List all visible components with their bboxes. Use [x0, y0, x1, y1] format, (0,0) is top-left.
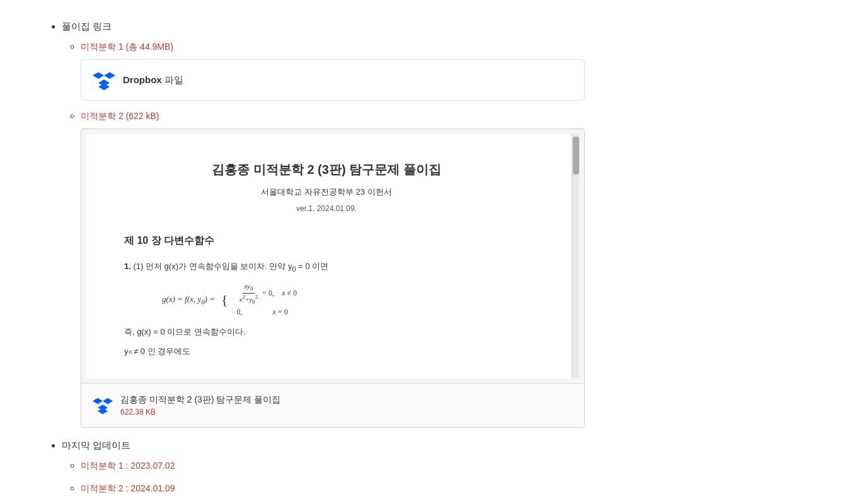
pdf-problem: 1. (1) 먼저 g(x)가 연속함수임을 보이자. 만약 y0 = 0 이면…: [124, 259, 529, 359]
pdf-formula-line: g(x) = f(x, y0) = { x: [162, 282, 529, 318]
pdf-version: ver.1, 2024.01.09.: [124, 203, 529, 215]
formula-case2: 0, x = 0: [237, 306, 297, 318]
svg-marker-0: [93, 72, 104, 79]
pdf-footer-info: 김홍종 미적분학 2 (3판) 탐구문제 풀이집 622.38 KB: [120, 392, 280, 419]
pdf-subtitle: 서울대학교 자유전공학부 23 이헌서: [124, 186, 529, 199]
calc1-link[interactable]: 미적분학 1 (총 44.9MB): [81, 42, 173, 52]
pdf-preview-content: 김홍종 미적분학 2 (3판) 탐구문제 풀이집 서울대학교 자유전공학부 23…: [86, 134, 579, 378]
list-item-update1: 미적분학 1 : 2023.07.02: [81, 458, 799, 473]
list-item-poolijip: 풀이집 링크 미적분학 1 (총 44.9MB): [62, 19, 799, 428]
pdf-footer-card[interactable]: 김홍종 미적분학 2 (3판) 탐구문제 풀이집 622.38 KB: [81, 383, 584, 428]
pdf-scrollbar[interactable]: [572, 134, 579, 378]
svg-marker-3: [98, 83, 110, 90]
dropbox-card-simple[interactable]: Dropbox 파일: [81, 59, 585, 101]
list-item-calc2: 미적분학 2 (622 kB) 김홍종 미적분학 2 (3판) 탐구문제 풀이집…: [81, 108, 799, 428]
pdf-problem-text: (1) 먼저 g(x)가 연속함수임을 보이자. 만약 y0 = 0 이면: [133, 261, 328, 271]
pdf-scrollbar-thumb: [573, 137, 579, 175]
update1-link[interactable]: 미적분학 1 : 2023.07.02: [81, 461, 175, 471]
dropbox-footer-icon: [93, 395, 113, 415]
item-label-lastupdate: 마지막 업데이트: [62, 440, 130, 450]
pdf-formula-block: g(x) = f(x, y0) = { x: [162, 282, 529, 318]
update2-link[interactable]: 미적분학 2 : 2024.01.09: [81, 483, 175, 493]
pdf-title: 김홍종 미적분학 2 (3판) 탐구문제 풀이집: [124, 159, 529, 180]
svg-marker-5: [103, 398, 113, 404]
dropbox-simple-label: Dropbox 파일: [123, 72, 183, 88]
formula-brace: {: [221, 287, 228, 312]
dropbox-icon: [93, 69, 115, 91]
pdf-conclusion1: 즉, g(x) = 0 이므로 연속함수이다.: [124, 324, 529, 339]
svg-marker-7: [98, 408, 108, 415]
formula-lhs: g(x) = f(x, y0) =: [162, 292, 215, 308]
list-item-calc1: 미적분학 1 (총 44.9MB) Dropbox 파일: [81, 39, 799, 101]
sub-list-poolijip: 미적분학 1 (총 44.9MB) Dropbox 파일: [62, 39, 799, 428]
formula-rhs: xy0 x2+y02 = 0, x ≠ 0 0,: [234, 282, 297, 318]
sub-list-update: 미적분학 1 : 2023.07.02 미적분학 2 : 2024.01.09: [62, 458, 799, 496]
calc2-link[interactable]: 미적분학 2 (622 kB): [81, 111, 159, 121]
item-label-poolijip: 풀이집 링크: [62, 21, 112, 32]
pdf-footer-title: 김홍종 미적분학 2 (3판) 탐구문제 풀이집: [120, 392, 280, 406]
formula-case1: xy0 x2+y02 = 0, x ≠ 0: [237, 282, 297, 306]
main-list: 풀이집 링크 미적분학 1 (총 44.9MB): [43, 19, 799, 496]
pdf-problem-number: 1.: [124, 261, 131, 271]
pdf-conclusion2: y₀ ≠ 0 인 경우에도: [124, 344, 529, 358]
pdf-footer-size: 622.38 KB: [120, 406, 280, 418]
svg-marker-4: [93, 398, 103, 404]
list-item-lastupdate: 마지막 업데이트 미적분학 1 : 2023.07.02 미적분학 2 : 20…: [62, 438, 799, 496]
page-container: 풀이집 링크 미적분학 1 (총 44.9MB): [43, 13, 799, 504]
list-item-update2: 미적분학 2 : 2024.01.09: [81, 481, 799, 496]
pdf-preview-wrapper: 김홍종 미적분학 2 (3판) 탐구문제 풀이집 서울대학교 자유전공학부 23…: [81, 129, 585, 428]
pdf-chapter: 제 10 장 다변수함수: [124, 232, 529, 249]
svg-marker-1: [104, 72, 115, 79]
